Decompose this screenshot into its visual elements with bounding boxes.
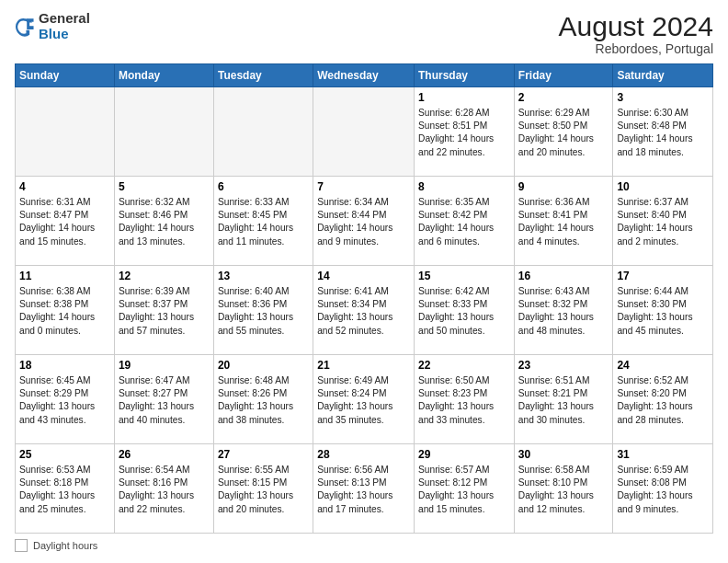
month-year: August 2024 (559, 11, 713, 41)
daylight-legend-box (15, 539, 28, 552)
day-number: 23 (518, 358, 609, 373)
day-cell (114, 87, 213, 177)
day-cell: 10Sunrise: 6:37 AMSunset: 8:40 PMDayligh… (613, 177, 713, 266)
title-block: August 2024 Rebordoes, Portugal (559, 11, 713, 56)
calendar-table: SundayMondayTuesdayWednesdayThursdayFrid… (15, 63, 713, 534)
col-header-tuesday: Tuesday (213, 64, 313, 87)
day-cell: 17Sunrise: 6:44 AMSunset: 8:30 PMDayligh… (613, 266, 713, 355)
header: General Blue August 2024 Rebordoes, Port… (15, 11, 713, 56)
day-number: 20 (218, 358, 309, 373)
day-info: Sunrise: 6:36 AMSunset: 8:41 PMDaylight:… (518, 196, 609, 248)
day-info: Sunrise: 6:40 AMSunset: 8:36 PMDaylight:… (218, 285, 309, 338)
col-header-thursday: Thursday (415, 64, 515, 87)
day-cell: 18Sunrise: 6:45 AMSunset: 8:29 PMDayligh… (16, 355, 115, 444)
day-number: 28 (317, 447, 410, 463)
day-info: Sunrise: 6:56 AMSunset: 8:13 PMDaylight:… (317, 464, 410, 516)
day-number: 22 (418, 358, 510, 373)
day-number: 21 (317, 358, 410, 373)
week-row-5: 25Sunrise: 6:53 AMSunset: 8:18 PMDayligh… (16, 444, 713, 534)
col-header-friday: Friday (514, 64, 613, 87)
day-info: Sunrise: 6:39 AMSunset: 8:37 PMDaylight:… (119, 285, 210, 338)
day-info: Sunrise: 6:53 AMSunset: 8:18 PMDaylight:… (19, 464, 110, 516)
day-cell: 12Sunrise: 6:39 AMSunset: 8:37 PMDayligh… (114, 266, 213, 355)
day-cell: 24Sunrise: 6:52 AMSunset: 8:20 PMDayligh… (613, 355, 713, 444)
day-cell: 25Sunrise: 6:53 AMSunset: 8:18 PMDayligh… (16, 444, 115, 534)
day-cell: 21Sunrise: 6:49 AMSunset: 8:24 PMDayligh… (313, 355, 415, 444)
col-header-wednesday: Wednesday (313, 64, 415, 87)
logo: General Blue (15, 11, 90, 41)
daylight-label: Daylight hours (33, 540, 97, 551)
day-number: 7 (317, 179, 410, 195)
day-info: Sunrise: 6:51 AMSunset: 8:21 PMDaylight:… (518, 374, 609, 427)
day-number: 4 (19, 179, 110, 195)
day-number: 18 (19, 358, 110, 373)
day-cell: 19Sunrise: 6:47 AMSunset: 8:27 PMDayligh… (114, 355, 213, 444)
day-info: Sunrise: 6:54 AMSunset: 8:16 PMDaylight:… (119, 464, 210, 516)
col-header-monday: Monday (114, 64, 213, 87)
day-number: 6 (218, 179, 309, 195)
day-info: Sunrise: 6:58 AMSunset: 8:10 PMDaylight:… (518, 464, 609, 516)
day-cell: 1Sunrise: 6:28 AMSunset: 8:51 PMDaylight… (415, 87, 515, 177)
day-info: Sunrise: 6:38 AMSunset: 8:38 PMDaylight:… (19, 285, 110, 338)
day-number: 13 (218, 269, 309, 284)
day-info: Sunrise: 6:42 AMSunset: 8:33 PMDaylight:… (418, 285, 510, 338)
week-row-1: 1Sunrise: 6:28 AMSunset: 8:51 PMDaylight… (16, 87, 713, 177)
day-info: Sunrise: 6:50 AMSunset: 8:23 PMDaylight:… (418, 374, 510, 427)
day-cell (313, 87, 415, 177)
day-cell: 9Sunrise: 6:36 AMSunset: 8:41 PMDaylight… (514, 177, 613, 266)
day-number: 12 (119, 269, 210, 284)
day-info: Sunrise: 6:47 AMSunset: 8:27 PMDaylight:… (119, 374, 210, 427)
day-cell: 30Sunrise: 6:58 AMSunset: 8:10 PMDayligh… (514, 444, 613, 534)
col-header-sunday: Sunday (16, 64, 115, 87)
day-info: Sunrise: 6:33 AMSunset: 8:45 PMDaylight:… (218, 196, 309, 248)
day-cell: 2Sunrise: 6:29 AMSunset: 8:50 PMDaylight… (514, 87, 613, 177)
day-info: Sunrise: 6:34 AMSunset: 8:44 PMDaylight:… (317, 196, 410, 248)
day-cell: 15Sunrise: 6:42 AMSunset: 8:33 PMDayligh… (415, 266, 515, 355)
day-cell: 26Sunrise: 6:54 AMSunset: 8:16 PMDayligh… (114, 444, 213, 534)
day-cell: 20Sunrise: 6:48 AMSunset: 8:26 PMDayligh… (213, 355, 313, 444)
day-cell: 8Sunrise: 6:35 AMSunset: 8:42 PMDaylight… (415, 177, 515, 266)
day-number: 19 (119, 358, 210, 373)
day-info: Sunrise: 6:43 AMSunset: 8:32 PMDaylight:… (518, 285, 609, 338)
day-info: Sunrise: 6:45 AMSunset: 8:29 PMDaylight:… (19, 374, 110, 427)
day-number: 25 (19, 447, 110, 463)
day-cell (213, 87, 313, 177)
day-cell: 5Sunrise: 6:32 AMSunset: 8:46 PMDaylight… (114, 177, 213, 266)
day-cell: 16Sunrise: 6:43 AMSunset: 8:32 PMDayligh… (514, 266, 613, 355)
footer: Daylight hours (15, 539, 713, 552)
week-row-4: 18Sunrise: 6:45 AMSunset: 8:29 PMDayligh… (16, 355, 713, 444)
logo-blue-text: Blue (39, 26, 69, 41)
day-cell: 11Sunrise: 6:38 AMSunset: 8:38 PMDayligh… (16, 266, 115, 355)
day-info: Sunrise: 6:31 AMSunset: 8:47 PMDaylight:… (19, 196, 110, 248)
week-row-2: 4Sunrise: 6:31 AMSunset: 8:47 PMDaylight… (16, 177, 713, 266)
day-cell: 29Sunrise: 6:57 AMSunset: 8:12 PMDayligh… (415, 444, 515, 534)
day-number: 14 (317, 269, 410, 284)
day-number: 30 (518, 447, 609, 463)
day-number: 5 (119, 179, 210, 195)
day-number: 1 (418, 90, 510, 106)
day-number: 27 (218, 447, 309, 463)
day-info: Sunrise: 6:55 AMSunset: 8:15 PMDaylight:… (218, 464, 309, 516)
col-header-saturday: Saturday (613, 64, 713, 87)
day-info: Sunrise: 6:29 AMSunset: 8:50 PMDaylight:… (518, 107, 609, 159)
day-info: Sunrise: 6:41 AMSunset: 8:34 PMDaylight:… (317, 285, 410, 338)
day-info: Sunrise: 6:48 AMSunset: 8:26 PMDaylight:… (218, 374, 309, 427)
logo-icon (15, 17, 35, 37)
day-number: 8 (418, 179, 510, 195)
week-row-3: 11Sunrise: 6:38 AMSunset: 8:38 PMDayligh… (16, 266, 713, 355)
day-cell: 7Sunrise: 6:34 AMSunset: 8:44 PMDaylight… (313, 177, 415, 266)
day-info: Sunrise: 6:44 AMSunset: 8:30 PMDaylight:… (617, 285, 709, 338)
day-cell: 3Sunrise: 6:30 AMSunset: 8:48 PMDaylight… (613, 87, 713, 177)
day-number: 31 (617, 447, 709, 463)
day-cell: 27Sunrise: 6:55 AMSunset: 8:15 PMDayligh… (213, 444, 313, 534)
day-info: Sunrise: 6:49 AMSunset: 8:24 PMDaylight:… (317, 374, 410, 427)
day-info: Sunrise: 6:32 AMSunset: 8:46 PMDaylight:… (119, 196, 210, 248)
day-info: Sunrise: 6:35 AMSunset: 8:42 PMDaylight:… (418, 196, 510, 248)
day-number: 3 (617, 90, 709, 106)
day-cell: 13Sunrise: 6:40 AMSunset: 8:36 PMDayligh… (213, 266, 313, 355)
day-number: 15 (418, 269, 510, 284)
day-number: 9 (518, 179, 609, 195)
day-number: 24 (617, 358, 709, 373)
day-number: 17 (617, 269, 709, 284)
day-number: 10 (617, 179, 709, 195)
